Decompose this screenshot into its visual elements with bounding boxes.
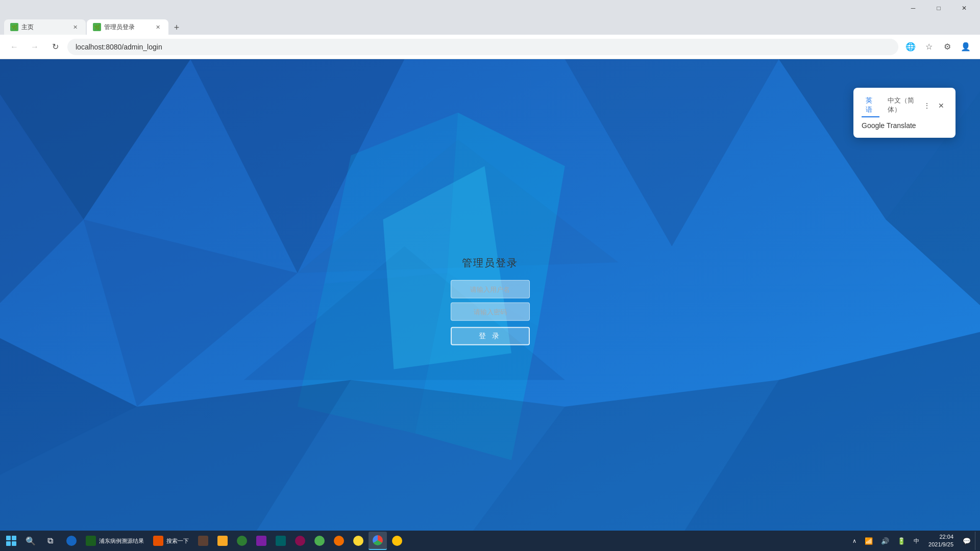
taskbar-app-edge[interactable] — [62, 532, 81, 550]
taskbar-app-4[interactable] — [213, 532, 232, 550]
win-logo-tr — [12, 536, 16, 540]
taskbar-app-2[interactable]: 搜索一下 — [149, 532, 193, 550]
app7-icon — [276, 536, 286, 546]
app13-icon — [392, 536, 402, 546]
app8-icon — [295, 536, 305, 546]
taskbar-taskview-button[interactable]: ⧉ — [41, 532, 59, 550]
taskbar-app-10[interactable] — [330, 532, 348, 550]
profile-icon[interactable]: 👤 — [958, 39, 974, 55]
browser-frame: ─ □ ✕ 🌿 主页 ✕ 🌿 管理员登录 ✕ + ← → ↻ localhost… — [0, 0, 980, 551]
tray-chevron[interactable]: ∧ — [849, 536, 860, 546]
tab-bar: 🌿 主页 ✕ 🌿 管理员登录 ✕ + — [0, 16, 980, 35]
refresh-button[interactable]: ↻ — [47, 39, 63, 55]
title-bar-controls: ─ □ ✕ — [901, 1, 976, 15]
clock-date: 2021/9/25 — [928, 541, 953, 548]
system-tray: ∧ 📶 🔊 🔋 中 22:04 2021/9/25 💬 — [849, 532, 974, 550]
show-desktop-button[interactable] — [975, 532, 978, 550]
tray-network[interactable]: 📶 — [862, 535, 876, 547]
app2-label: 搜索一下 — [166, 537, 189, 545]
login-container: 管理员登录 登 录 — [408, 256, 572, 345]
app5-icon — [237, 536, 247, 546]
page-content: 管理员登录 登 录 英语 中文（简体） ⋮ ✕ Google Translate — [0, 59, 980, 551]
app1-label: 浦东病例溯源结果 — [99, 537, 144, 545]
minimize-button[interactable]: ─ — [901, 1, 925, 15]
translate-label: Google Translate — [862, 121, 947, 130]
taskbar-app-chrome[interactable] — [369, 532, 387, 550]
tab-admin-login[interactable]: 🌿 管理员登录 ✕ — [87, 19, 168, 35]
translate-more-button[interactable]: ⋮ — [921, 99, 933, 112]
chrome-icon — [373, 535, 383, 545]
taskbar-app-3[interactable] — [194, 532, 212, 550]
url-bar[interactable]: localhost:8080/admin_login — [67, 39, 898, 55]
app1-icon — [86, 536, 96, 546]
win-logo-br — [12, 541, 16, 546]
win-logo-tl — [6, 536, 11, 540]
username-input[interactable] — [451, 280, 530, 298]
new-tab-button[interactable]: + — [169, 20, 184, 35]
translate-header: 英语 中文（简体） ⋮ ✕ — [862, 94, 947, 117]
address-bar-actions: 🌐 ☆ ⚙ 👤 — [902, 39, 974, 55]
edge-icon — [66, 536, 77, 546]
taskbar-app-1[interactable]: 浦东病例溯源结果 — [82, 532, 148, 550]
app10-icon — [334, 536, 344, 546]
address-bar: ← → ↻ localhost:8080/admin_login 🌐 ☆ ⚙ 👤 — [0, 35, 980, 59]
bookmark-icon[interactable]: ☆ — [921, 39, 937, 55]
taskbar-app-13[interactable] — [388, 532, 406, 550]
tray-input[interactable]: 中 — [911, 535, 922, 547]
translate-tabs: 英语 中文（简体） — [862, 94, 921, 117]
taskbar-app-6[interactable] — [252, 532, 271, 550]
maximize-button[interactable]: □ — [927, 1, 950, 15]
taskbar-app-5[interactable] — [233, 532, 251, 550]
close-button[interactable]: ✕ — [952, 1, 976, 15]
translate-icon[interactable]: 🌐 — [902, 39, 919, 55]
back-button[interactable]: ← — [6, 39, 22, 55]
password-input[interactable] — [451, 303, 530, 321]
tab-favicon-home: 🌿 — [10, 23, 18, 31]
app11-icon — [353, 536, 363, 546]
taskbar-apps: 浦东病例溯源结果 搜索一下 — [62, 532, 848, 550]
win-logo-bl — [6, 541, 11, 546]
app9-icon — [314, 536, 325, 546]
app3-icon — [198, 536, 208, 546]
taskbar-search-button[interactable]: 🔍 — [21, 532, 40, 550]
tray-battery[interactable]: 🔋 — [894, 535, 909, 547]
translate-actions: ⋮ ✕ — [921, 99, 947, 112]
forward-button[interactable]: → — [27, 39, 43, 55]
tab-home[interactable]: 🌿 主页 ✕ — [4, 19, 86, 35]
tab-admin-close[interactable]: ✕ — [153, 22, 162, 32]
taskbar-app-11[interactable] — [349, 532, 368, 550]
translate-tab-english[interactable]: 英语 — [862, 94, 879, 117]
app6-icon — [256, 536, 266, 546]
start-button[interactable] — [2, 532, 20, 550]
url-text: localhost:8080/admin_login — [76, 43, 890, 51]
tab-admin-label: 管理员登录 — [104, 23, 150, 32]
app2-icon — [153, 536, 163, 546]
taskbar-clock[interactable]: 22:04 2021/9/25 — [924, 532, 958, 550]
settings-icon[interactable]: ⚙ — [939, 39, 955, 55]
tray-volume[interactable]: 🔊 — [878, 535, 892, 547]
clock-time: 22:04 — [939, 533, 953, 541]
translate-close-button[interactable]: ✕ — [935, 99, 947, 112]
login-button[interactable]: 登 录 — [451, 327, 530, 345]
taskbar-app-7[interactable] — [272, 532, 290, 550]
tab-home-close[interactable]: ✕ — [70, 22, 80, 32]
taskbar: 🔍 ⧉ 浦东病例溯源结果 搜索一下 — [0, 531, 980, 551]
tray-action-center[interactable]: 💬 — [960, 535, 974, 547]
tab-favicon-admin: 🌿 — [93, 23, 101, 31]
taskbar-app-9[interactable] — [310, 532, 329, 550]
windows-logo — [6, 536, 16, 546]
translate-tab-chinese[interactable]: 中文（简体） — [884, 94, 921, 117]
title-bar: ─ □ ✕ — [0, 0, 980, 16]
login-title: 管理员登录 — [462, 256, 518, 270]
taskbar-app-8[interactable] — [291, 532, 309, 550]
app4-icon — [217, 536, 228, 546]
tab-home-label: 主页 — [21, 23, 67, 32]
translate-popup: 英语 中文（简体） ⋮ ✕ Google Translate — [853, 88, 955, 138]
